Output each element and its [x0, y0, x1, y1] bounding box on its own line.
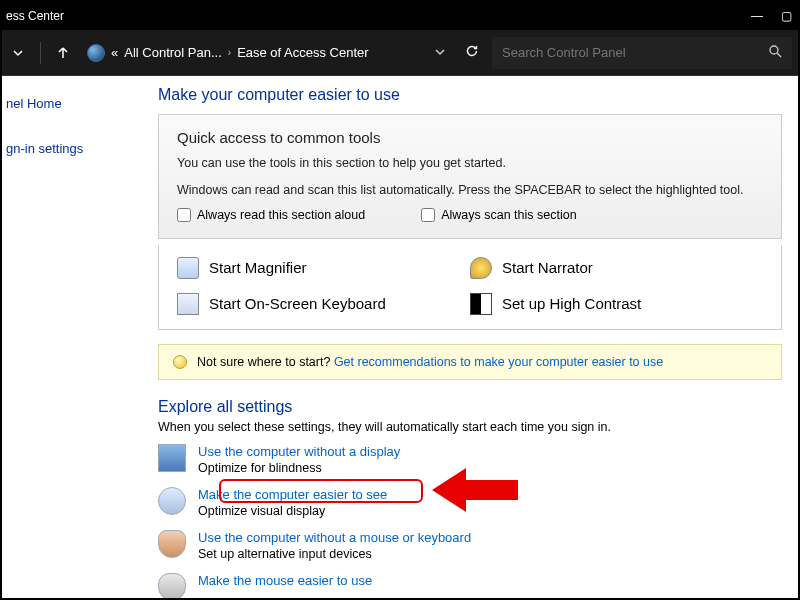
explore-subtext: When you select these settings, they wil… — [158, 420, 782, 434]
chevron-right-icon: › — [228, 47, 231, 58]
tool-label: Set up High Contrast — [502, 295, 641, 312]
checkbox-input[interactable] — [177, 208, 191, 222]
page-heading: Make your computer easier to use — [158, 86, 782, 104]
arrow-up-icon — [56, 46, 70, 60]
window-controls: — ▢ — [751, 9, 792, 23]
checkbox-label: Always read this section aloud — [197, 208, 365, 222]
window-title: ess Center — [2, 9, 64, 23]
tool-narrator[interactable]: Start Narrator — [470, 257, 763, 279]
quick-access-title: Quick access to common tools — [177, 129, 763, 146]
explore-item-without-display: Use the computer without a display Optim… — [158, 444, 782, 475]
display-icon — [158, 444, 186, 472]
chevron-down-icon — [434, 46, 446, 58]
recommendations-link[interactable]: Get recommendations to make your compute… — [334, 355, 663, 369]
explore-settings: Explore all settings When you select the… — [158, 398, 782, 601]
explore-link[interactable]: Use the computer without a display — [198, 444, 400, 459]
chevron-down-icon — [11, 46, 25, 60]
keyboard-icon — [177, 293, 199, 315]
quick-access-line: Windows can read and scan this list auto… — [177, 181, 763, 200]
magnify-screen-icon — [158, 487, 186, 515]
tool-label: Start Narrator — [502, 259, 593, 276]
quick-access-line: You can use the tools in this section to… — [177, 154, 763, 173]
tool-osk[interactable]: Start On-Screen Keyboard — [177, 293, 470, 315]
mouse-icon — [158, 573, 186, 601]
tool-magnifier[interactable]: Start Magnifier — [177, 257, 470, 279]
search-box[interactable] — [492, 37, 792, 69]
magnifier-icon — [177, 257, 199, 279]
up-button[interactable] — [53, 43, 73, 63]
quick-access-box: Quick access to common tools You can use… — [158, 114, 782, 239]
nav-divider — [40, 42, 41, 64]
search-input[interactable] — [502, 45, 768, 60]
control-panel-icon — [87, 44, 105, 62]
breadcrumb-dropdown[interactable] — [428, 46, 452, 60]
title-bar: ess Center — ▢ — [2, 2, 798, 30]
refresh-icon — [464, 43, 480, 59]
maximize-icon[interactable]: ▢ — [781, 9, 792, 23]
navigation-bar: « All Control Pan... › Ease of Access Ce… — [2, 30, 798, 76]
breadcrumb-item[interactable]: Ease of Access Center — [237, 45, 369, 60]
explore-item-without-mouse-keyboard: Use the computer without a mouse or keyb… — [158, 530, 782, 561]
refresh-button[interactable] — [460, 43, 484, 62]
always-scan-checkbox[interactable]: Always scan this section — [421, 208, 576, 222]
explore-item-easier-to-see: Make the computer easier to see Optimize… — [158, 487, 782, 518]
hint-text: Not sure where to start? Get recommendat… — [197, 355, 663, 369]
main-panel: Make your computer easier to use Quick a… — [142, 76, 798, 598]
explore-item-mouse-easier: Make the mouse easier to use — [158, 573, 782, 601]
tool-label: Start On-Screen Keyboard — [209, 295, 386, 312]
sidebar: nel Home gn-in settings — [2, 76, 142, 598]
breadcrumb[interactable]: « All Control Pan... › Ease of Access Ce… — [81, 37, 420, 69]
explore-desc: Optimize visual display — [198, 504, 387, 518]
explore-link[interactable]: Make the computer easier to see — [198, 487, 387, 502]
narrator-icon — [470, 257, 492, 279]
explore-link[interactable]: Use the computer without a mouse or keyb… — [198, 530, 471, 545]
tool-label: Start Magnifier — [209, 259, 307, 276]
checkbox-input[interactable] — [421, 208, 435, 222]
minimize-icon[interactable]: — — [751, 9, 763, 23]
explore-link[interactable]: Make the mouse easier to use — [198, 573, 372, 588]
sidebar-item-home[interactable]: nel Home — [2, 90, 142, 117]
explore-heading: Explore all settings — [158, 398, 782, 416]
tools-grid: Start Magnifier Start Narrator Start On-… — [158, 245, 782, 330]
hint-prefix: Not sure where to start? — [197, 355, 334, 369]
svg-point-0 — [770, 46, 778, 54]
checkbox-label: Always scan this section — [441, 208, 576, 222]
tool-high-contrast[interactable]: Set up High Contrast — [470, 293, 763, 315]
contrast-icon — [470, 293, 492, 315]
breadcrumb-prefix: « — [111, 45, 118, 60]
always-read-checkbox[interactable]: Always read this section aloud — [177, 208, 365, 222]
recommendations-hint: Not sure where to start? Get recommendat… — [158, 344, 782, 380]
back-button[interactable] — [8, 43, 28, 63]
explore-desc: Set up alternative input devices — [198, 547, 471, 561]
sidebar-item-signin[interactable]: gn-in settings — [2, 135, 142, 162]
content-area: nel Home gn-in settings Make your comput… — [2, 76, 798, 598]
explore-desc: Optimize for blindness — [198, 461, 400, 475]
search-icon[interactable] — [768, 44, 782, 61]
breadcrumb-item[interactable]: All Control Pan... — [124, 45, 222, 60]
person-speaking-icon — [158, 530, 186, 558]
svg-line-1 — [777, 53, 781, 57]
lightbulb-icon — [173, 355, 187, 369]
